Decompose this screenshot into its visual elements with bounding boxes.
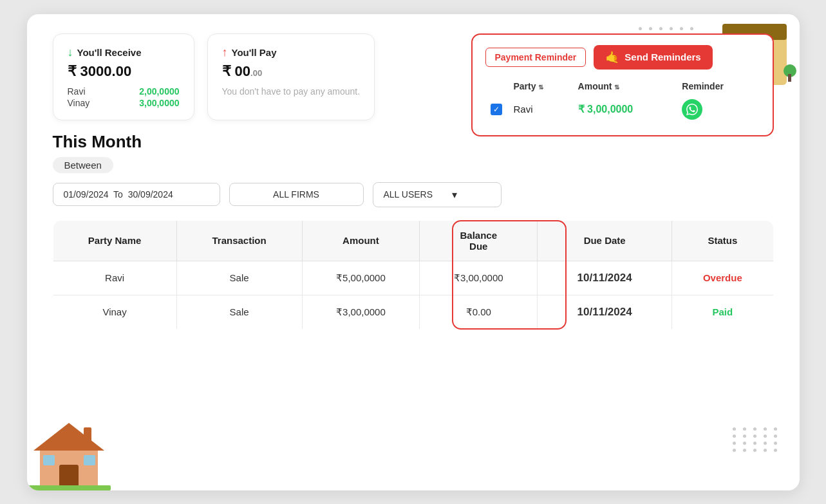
dots-decoration-bottom	[733, 427, 780, 452]
reminder-th-party: Party ⇅	[509, 79, 573, 94]
td-amount-vinay: ₹3,00,0000	[302, 295, 420, 329]
status-badge-paid: Paid	[712, 306, 733, 317]
td-duedate-vinay: 10/11/2024	[538, 295, 672, 329]
firm-filter[interactable]	[229, 183, 364, 206]
between-badge: Between	[53, 157, 113, 173]
table-container: Party Name Transaction Amount BalanceDue…	[53, 220, 774, 330]
amount-sort-icon[interactable]: ⇅	[614, 84, 619, 91]
td-balance-ravi: ₹3,00,0000	[420, 261, 538, 295]
th-amount: Amount	[302, 220, 420, 261]
th-status: Status	[672, 220, 773, 261]
party-sort-icon[interactable]: ⇅	[538, 84, 543, 91]
receive-card-title: ↓ You'll Receive	[68, 46, 180, 59]
svg-marker-12	[33, 423, 104, 451]
th-balance-due: BalanceDue	[420, 220, 538, 261]
status-badge-overdue: Overdue	[703, 272, 742, 283]
checked-icon: ✓	[491, 104, 502, 115]
this-month-section: This Month Between ALL USERS ▾ Party Nam…	[53, 132, 774, 330]
chevron-down-icon: ▾	[452, 189, 457, 201]
reminder-table: Party ⇅ Amount ⇅ Reminder ✓ Ravi	[485, 79, 760, 125]
transactions-table: Party Name Transaction Amount BalanceDue…	[53, 220, 774, 330]
td-status-vinay: Paid	[672, 295, 773, 329]
filters-row: ALL USERS ▾	[53, 182, 774, 207]
payment-reminder-tab[interactable]: Payment Reminder	[485, 48, 587, 67]
whatsapp-icon	[682, 99, 702, 120]
svg-rect-14	[43, 455, 55, 465]
td-amount-ravi: ₹5,00,0000	[302, 261, 420, 295]
house-illustration-bottom-left	[27, 413, 111, 490]
receive-card-amount: ₹ 3000.00	[68, 63, 180, 80]
reminder-th-checkbox	[485, 79, 509, 94]
td-status-ravi: Overdue	[672, 261, 773, 295]
reminder-checkbox-ravi[interactable]: ✓	[485, 94, 509, 125]
reminder-whatsapp-ravi[interactable]	[677, 94, 759, 125]
th-due-date: Due Date	[538, 220, 672, 261]
reminder-party-ravi: Ravi	[509, 94, 573, 125]
reminder-th-amount: Amount ⇅	[573, 79, 677, 94]
th-party-name: Party Name	[53, 220, 176, 261]
table-header-row: Party Name Transaction Amount BalanceDue…	[53, 220, 773, 261]
send-reminders-button[interactable]: 🤙 Send Reminders	[594, 45, 712, 70]
reminder-box: Payment Reminder 🤙 Send Reminders Party …	[471, 33, 774, 136]
table-row: Vinay Sale ₹3,00,0000 ₹0.00 10/11/2024 P…	[53, 295, 773, 329]
svg-rect-17	[27, 485, 111, 490]
arrow-down-icon: ↓	[68, 46, 73, 59]
pay-card-title: ↑ You'll Pay	[222, 46, 361, 59]
pay-card-note: You don't have to pay any amount.	[222, 86, 361, 97]
reminder-th-reminder: Reminder	[677, 79, 759, 94]
td-party-vinay: Vinay	[53, 295, 176, 329]
th-transaction: Transaction	[176, 220, 302, 261]
date-range-input[interactable]	[53, 183, 220, 206]
svg-rect-10	[788, 74, 791, 82]
pay-card-amount: ₹ 00.00	[222, 63, 361, 80]
receive-card-rows: Ravi 2,00,0000 Vinay 3,00,0000	[68, 86, 180, 108]
bell-icon: 🤙	[605, 50, 619, 64]
pay-card: ↑ You'll Pay ₹ 00.00 You don't have to p…	[207, 33, 375, 120]
td-transaction-ravi: Sale	[176, 261, 302, 295]
arrow-up-icon: ↑	[222, 46, 228, 59]
receive-card: ↓ You'll Receive ₹ 3000.00 Ravi 2,00,000…	[53, 33, 194, 120]
receive-row-ravi: Ravi 2,00,0000	[68, 86, 180, 97]
svg-rect-13	[59, 465, 79, 487]
user-filter[interactable]: ALL USERS ▾	[373, 182, 502, 207]
reminder-header: Payment Reminder 🤙 Send Reminders	[485, 45, 760, 70]
td-transaction-vinay: Sale	[176, 295, 302, 329]
main-container: ↓ You'll Receive ₹ 3000.00 Ravi 2,00,000…	[27, 14, 800, 490]
reminder-row-ravi: ✓ Ravi ₹ 3,00,0000	[485, 94, 760, 125]
reminder-amount-ravi: ₹ 3,00,0000	[573, 94, 677, 125]
td-party-ravi: Ravi	[53, 261, 176, 295]
receive-row-vinay: Vinay 3,00,0000	[68, 98, 180, 108]
table-row: Ravi Sale ₹5,00,0000 ₹3,00,0000 10/11/20…	[53, 261, 773, 295]
svg-rect-16	[84, 427, 91, 442]
td-balance-vinay: ₹0.00	[420, 295, 538, 329]
svg-rect-15	[84, 455, 95, 465]
td-duedate-ravi: 10/11/2024	[538, 261, 672, 295]
